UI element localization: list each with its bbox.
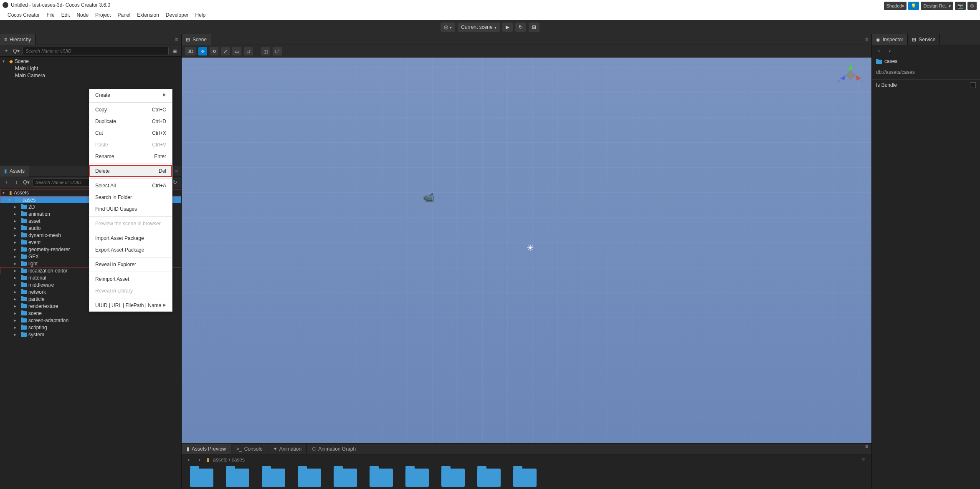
scene-viewport[interactable]: y x z 📹 ☀ — [182, 58, 871, 443]
is-bundle-checkbox[interactable] — [970, 82, 976, 88]
caret-icon[interactable]: ▸ — [14, 325, 19, 330]
caret-icon[interactable]: ▸ — [14, 268, 19, 273]
reload-button[interactable]: ↻ — [515, 23, 526, 32]
menu-item-find-uuid-usages[interactable]: Find UUID Usages — [89, 203, 172, 215]
mode-3d-button[interactable]: 3D — [185, 47, 196, 55]
caret-icon[interactable]: ▸ — [14, 332, 19, 337]
folder-thumbnail[interactable] — [477, 469, 501, 487]
caret-icon[interactable]: ▾ — [3, 190, 8, 195]
caret-icon[interactable]: ▸ — [14, 261, 19, 266]
caret-icon[interactable]: ▸ — [14, 226, 19, 230]
caret-icon[interactable]: ▸ — [14, 247, 19, 252]
tab-assets-preview[interactable]: ▮Assets Preview — [182, 444, 231, 454]
menu-item-import-asset-package[interactable]: Import Asset Package — [89, 232, 172, 244]
back-icon[interactable]: ‹ — [185, 456, 192, 464]
settings-icon[interactable]: ⚙ — [967, 2, 977, 10]
folder-thumbnail[interactable] — [334, 469, 357, 487]
menu-item-delete[interactable]: DeleteDel — [89, 165, 172, 177]
list-icon[interactable]: ≣ — [171, 47, 179, 55]
caret-icon[interactable]: ▸ — [14, 254, 19, 259]
menu-node[interactable]: Node — [73, 10, 92, 20]
tree-item-screen-adaptation[interactable]: ▸screen-adaptation — [0, 317, 181, 324]
tree-item-scene[interactable]: ▾◆Scene — [0, 58, 181, 65]
caret-icon[interactable]: ▾ — [8, 197, 13, 202]
menu-item-uuid-url-filepath-name[interactable]: UUID | URL | FilePath | Name▶ — [89, 300, 172, 311]
caret-icon[interactable]: ▸ — [14, 233, 19, 237]
add-icon[interactable]: + — [3, 47, 10, 55]
menu-help[interactable]: Help — [192, 10, 209, 20]
light-gizmo-icon[interactable]: ☀ — [527, 243, 534, 253]
sort-icon[interactable]: ↕ — [13, 179, 20, 186]
pivot-tool[interactable]: ◫ — [261, 47, 270, 55]
local-tool[interactable]: L° — [273, 47, 282, 55]
search-mode-icon[interactable]: Q▾ — [13, 47, 20, 55]
forward-icon[interactable]: › — [886, 47, 894, 54]
panel-menu-icon[interactable]: ≡ — [858, 457, 868, 463]
tree-item-system[interactable]: ▸system — [0, 331, 181, 338]
menu-project[interactable]: Project — [92, 10, 114, 20]
caret-icon[interactable]: ▸ — [14, 311, 19, 315]
shaded-dropdown[interactable]: Shaded ▾ — [884, 2, 907, 10]
caret-icon[interactable]: ▸ — [14, 240, 19, 244]
axis-gizmo[interactable]: y x z — [838, 62, 863, 87]
menu-item-reveal-in-explorer[interactable]: Reveal in Explorer — [89, 259, 172, 270]
menu-item-create[interactable]: Create▶ — [89, 89, 172, 101]
menu-panel[interactable]: Panel — [114, 10, 134, 20]
scene-selector[interactable]: Current scene ▾ — [458, 23, 499, 32]
menu-edit[interactable]: Edit — [58, 10, 73, 20]
back-icon[interactable]: ‹ — [875, 47, 883, 54]
add-icon[interactable]: + — [3, 179, 10, 186]
hierarchy-search-input[interactable] — [23, 47, 169, 55]
grid-button[interactable]: ⊞ — [529, 23, 539, 32]
folder-thumbnail[interactable] — [405, 469, 429, 487]
inspector-tab[interactable]: ◉ Inspector — [872, 34, 908, 45]
menu-item-reimport-asset[interactable]: Reimport Asset — [89, 273, 172, 285]
tree-item-main-camera[interactable]: Main Camera — [0, 72, 181, 79]
caret-icon[interactable]: ▾ — [3, 59, 8, 63]
assets-tab[interactable]: ▮ Assets — [0, 166, 29, 176]
folder-thumbnail[interactable] — [298, 469, 321, 487]
menu-developer[interactable]: Developer — [162, 10, 192, 20]
menu-item-select-all[interactable]: Select AllCtrl+A — [89, 180, 172, 192]
caret-icon[interactable]: ▸ — [14, 282, 19, 287]
tab-animation[interactable]: ✦Animation — [268, 444, 307, 454]
folder-thumbnail[interactable] — [513, 469, 537, 487]
hierarchy-tab[interactable]: ≡ Hierarchy — [0, 34, 35, 45]
search-mode-icon[interactable]: Q▾ — [23, 179, 30, 186]
menu-item-rename[interactable]: RenameEnter — [89, 151, 172, 162]
panel-menu-icon[interactable]: ≡ — [862, 37, 871, 43]
caret-icon[interactable]: ▸ — [14, 297, 19, 301]
caret-icon[interactable]: ▸ — [14, 212, 19, 216]
tree-item-scripting[interactable]: ▸scripting — [0, 324, 181, 331]
camera-capture[interactable]: 📷 — [955, 2, 966, 10]
forward-icon[interactable]: › — [196, 456, 203, 464]
menu-item-duplicate[interactable]: DuplicateCtrl+D — [89, 116, 172, 127]
light-toggle[interactable]: 💡 — [908, 2, 919, 10]
menu-item-search-in-folder[interactable]: Search in Folder — [89, 192, 172, 203]
menu-item-copy[interactable]: CopyCtrl+C — [89, 104, 172, 116]
rotate-tool[interactable]: ⟲ — [210, 47, 218, 55]
camera-gizmo-icon[interactable]: 📹 — [423, 192, 434, 203]
panel-menu-icon[interactable]: ≡ — [172, 168, 181, 174]
caret-icon[interactable]: ▸ — [14, 219, 19, 223]
menu-item-export-asset-package[interactable]: Export Asset Package — [89, 244, 172, 256]
tree-item-main-light[interactable]: Main Light — [0, 65, 181, 72]
move-tool[interactable]: ✥ — [198, 47, 207, 55]
panel-menu-icon[interactable]: ≡ — [862, 444, 871, 454]
caret-icon[interactable]: ▸ — [14, 275, 19, 280]
folder-thumbnail[interactable] — [441, 469, 465, 487]
service-tab[interactable]: ⊞ Service — [908, 34, 940, 45]
breadcrumb[interactable]: assets / cases — [213, 457, 245, 463]
caret-icon[interactable]: ▸ — [14, 318, 19, 323]
caret-icon[interactable]: ▸ — [14, 204, 19, 209]
folder-thumbnail[interactable] — [226, 469, 249, 487]
folder-thumbnail[interactable] — [190, 469, 213, 487]
scale-tool[interactable]: ⤢ — [221, 47, 230, 55]
anchor-tool[interactable]: ⊔ — [244, 47, 253, 55]
folder-thumbnail[interactable] — [370, 469, 393, 487]
menu-file[interactable]: File — [43, 10, 58, 20]
tab-console[interactable]: >_Console — [231, 444, 268, 454]
gizmo-toggle[interactable]: ◎ ▾ — [441, 23, 455, 32]
menu-item-cut[interactable]: CutCtrl+X — [89, 127, 172, 139]
caret-icon[interactable]: ▸ — [14, 304, 19, 308]
